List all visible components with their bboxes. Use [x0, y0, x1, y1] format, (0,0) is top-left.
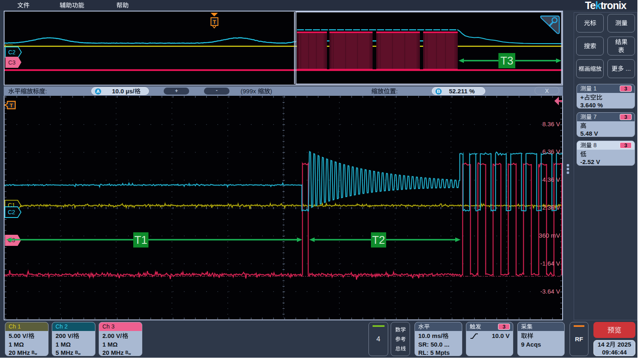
- svg-text:C2: C2: [8, 49, 16, 56]
- svg-text:T: T: [213, 19, 216, 25]
- svg-text:T: T: [10, 102, 13, 109]
- svg-text:T2: T2: [372, 234, 385, 246]
- svg-text:C2: C2: [8, 209, 15, 215]
- svg-text:C3: C3: [8, 59, 16, 66]
- svg-text:T1: T1: [134, 234, 148, 246]
- svg-text:T3: T3: [500, 55, 514, 67]
